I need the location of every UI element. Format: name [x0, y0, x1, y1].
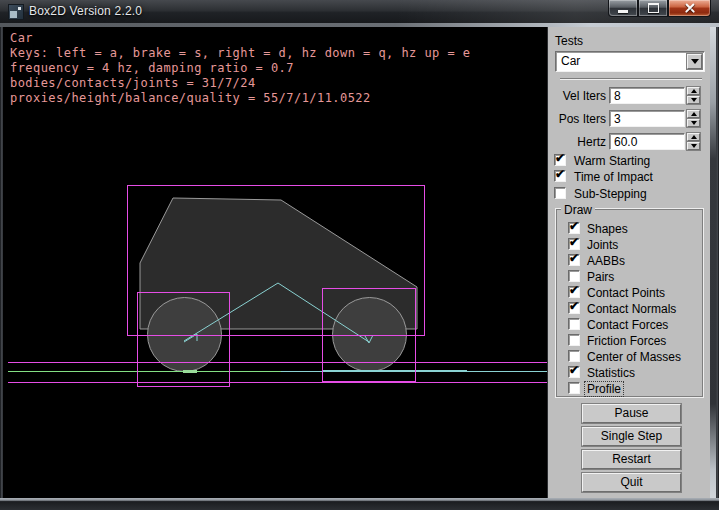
app-icon[interactable]	[8, 4, 24, 20]
check-icon: ✔	[569, 236, 579, 248]
checkbox-label: Contact Forces	[587, 318, 668, 332]
checkbox-label: Time of Impact	[574, 170, 653, 184]
tests-dropdown-value: Car	[561, 54, 580, 68]
maximize-icon	[648, 3, 659, 13]
spinner-up-icon	[691, 112, 697, 116]
chevron-down-icon	[691, 59, 699, 64]
quit-button[interactable]: Quit	[582, 473, 681, 492]
checkbox-label: Pairs	[587, 270, 614, 284]
spinner-down-button[interactable]	[687, 96, 700, 104]
checkbox-box[interactable]	[554, 187, 566, 199]
pos-iters-input[interactable]: 3	[609, 110, 685, 127]
hertz-label: Hertz	[548, 135, 606, 149]
hertz-stepper	[687, 133, 700, 150]
checkbox-label: Profile	[585, 382, 623, 396]
spinner-up-icon	[691, 89, 697, 93]
spinner-down-button[interactable]	[687, 142, 700, 150]
check-icon: ✔	[569, 364, 579, 376]
frame-bottom-edge	[0, 498, 719, 510]
pos-iters-value: 3	[614, 112, 621, 126]
checkbox-box[interactable]: ✔	[568, 254, 580, 266]
control-panel: Tests Car Vel Iters 8 Pos Iters 3	[547, 27, 716, 498]
checkbox-label: Warm Starting	[574, 154, 650, 168]
checkbox-label: Friction Forces	[587, 334, 666, 348]
check-icon: ✔	[555, 168, 565, 180]
checkbox-label: AABBs	[587, 254, 625, 268]
checkbox-box[interactable]: ✔	[568, 366, 580, 378]
minimize-button[interactable]	[608, 0, 638, 17]
checkbox-box[interactable]	[568, 334, 580, 346]
separator	[560, 78, 702, 80]
checkbox-box[interactable]	[568, 318, 580, 330]
spinner-down-icon	[691, 98, 697, 102]
checkbox-label: Statistics	[587, 366, 635, 380]
vel-iters-input[interactable]: 8	[609, 87, 685, 104]
checkbox-label: Sub-Stepping	[574, 187, 647, 201]
vel-iters-stepper	[687, 87, 700, 104]
vel-iters-value: 8	[614, 89, 621, 103]
pos-iters-spinner: Pos Iters 3	[548, 110, 717, 127]
app-window: Box2D Version 2.2.0 Car Keys: left = a, …	[0, 0, 719, 510]
spinner-up-button[interactable]	[687, 133, 700, 141]
spinner-up-icon	[691, 135, 697, 139]
checkbox-label: Shapes	[587, 222, 628, 236]
tests-dropdown-button[interactable]	[687, 54, 702, 69]
pos-iters-stepper	[687, 110, 700, 127]
debug-text-title: Car	[10, 31, 33, 45]
checkbox-box[interactable]	[568, 270, 580, 282]
window-controls	[608, 0, 711, 17]
close-icon	[684, 2, 696, 14]
hertz-value: 60.0	[614, 135, 637, 149]
hertz-spinner: Hertz 60.0	[548, 133, 717, 150]
checkbox-box[interactable]: ✔	[568, 286, 580, 298]
close-button[interactable]	[668, 0, 711, 17]
draw-group-title: Draw	[561, 203, 595, 217]
client-area: Car Keys: left = a, brake = s, right = d…	[3, 27, 716, 498]
spinner-down-button[interactable]	[687, 119, 700, 127]
pause-button[interactable]: Pause	[582, 404, 681, 423]
debug-text-frequency: frequency = 4 hz, damping ratio = 0.7	[10, 61, 294, 75]
checkbox-box[interactable]: ✔	[568, 222, 580, 234]
debug-text-proxies: proxies/height/balance/quality = 55/7/1/…	[10, 91, 371, 105]
checkbox-box[interactable]: ✔	[568, 238, 580, 250]
checkbox-box[interactable]	[568, 382, 580, 394]
checkbox-box[interactable]: ✔	[568, 302, 580, 314]
pos-iters-label: Pos Iters	[548, 112, 606, 126]
car-wheel-left[interactable]	[148, 298, 222, 372]
checkbox-box[interactable]: ✔	[554, 154, 566, 166]
spinner-up-button[interactable]	[687, 110, 700, 118]
checkbox-label: Joints	[587, 238, 618, 252]
checkbox-box[interactable]	[568, 350, 580, 362]
hertz-input[interactable]: 60.0	[609, 133, 685, 150]
checkbox-label: Center of Masses	[587, 350, 681, 364]
contact-point-marker	[183, 370, 197, 373]
maximize-button[interactable]	[638, 0, 668, 17]
checkbox-box[interactable]: ✔	[554, 170, 566, 182]
check-icon: ✔	[569, 284, 579, 296]
spinner-down-icon	[691, 121, 697, 125]
tests-dropdown[interactable]: Car	[555, 51, 705, 72]
checkbox-label: Contact Normals	[587, 302, 676, 316]
spinner-down-icon	[691, 144, 697, 148]
minimize-icon	[618, 10, 628, 13]
vel-iters-spinner: Vel Iters 8	[548, 87, 717, 104]
vel-iters-label: Vel Iters	[548, 89, 606, 103]
check-icon: ✔	[555, 152, 565, 164]
checkbox-label: Contact Points	[587, 286, 665, 300]
check-icon: ✔	[569, 300, 579, 312]
tests-label: Tests	[555, 34, 583, 48]
single-step-button[interactable]: Single Step	[582, 427, 681, 446]
physics-canvas[interactable]: Car Keys: left = a, brake = s, right = d…	[3, 27, 547, 498]
debug-text-counts: bodies/contacts/joints = 31/7/24	[10, 76, 256, 90]
car-wheel-right[interactable]	[333, 298, 407, 372]
check-icon: ✔	[569, 252, 579, 264]
spinner-up-button[interactable]	[687, 87, 700, 95]
check-icon: ✔	[569, 220, 579, 232]
debug-text-keys: Keys: left = a, brake = s, right = d, hz…	[10, 46, 470, 60]
window-title: Box2D Version 2.2.0	[29, 4, 142, 18]
restart-button[interactable]: Restart	[582, 450, 681, 469]
